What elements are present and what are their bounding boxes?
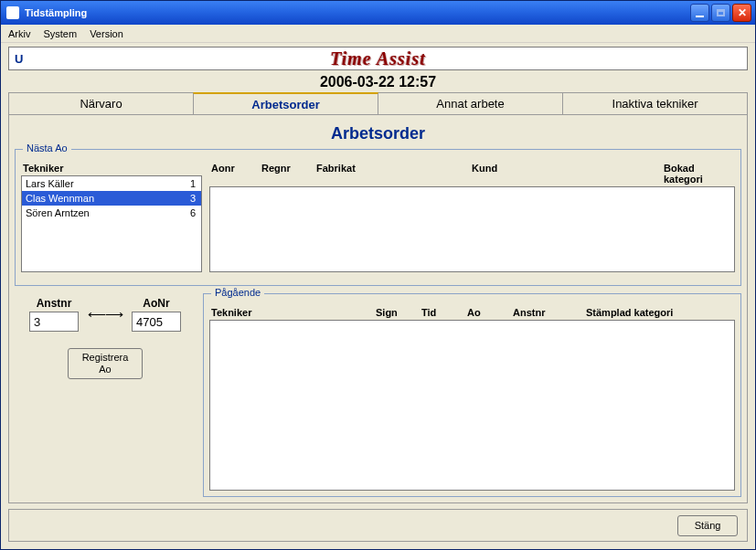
- footer-bar: Stäng: [8, 509, 748, 542]
- col-stamplad: Stämplad kategori: [586, 307, 733, 318]
- app-window: Tidstämpling ✕ Arkiv System Version U Ti…: [0, 0, 756, 550]
- menu-arkiv[interactable]: Arkiv: [8, 28, 30, 39]
- menu-system[interactable]: System: [43, 28, 77, 39]
- tekniker-row[interactable]: Lars Käller 1: [22, 176, 201, 191]
- col-ao: Ao: [467, 307, 513, 318]
- tab-inaktiva[interactable]: Inaktiva tekniker: [562, 92, 748, 114]
- col-bokad: Bokad kategori: [664, 163, 733, 185]
- group-nasta-ao: Nästa Ao Tekniker Lars Käller 1 Clas Wen…: [15, 149, 741, 286]
- arrow-icon: ⟵⟶: [88, 307, 122, 322]
- tab-annat[interactable]: Annat arbete: [378, 92, 563, 114]
- maximize-button[interactable]: [711, 4, 730, 22]
- tekniker-column-header: Tekniker: [21, 163, 202, 174]
- col-fabrikat: Fabrikat: [316, 163, 472, 185]
- tabs: Närvaro Arbetsorder Annat arbete Inaktiv…: [8, 92, 748, 114]
- tab-narvaro[interactable]: Närvaro: [8, 92, 194, 114]
- tekniker-list[interactable]: Lars Käller 1 Clas Wennman 3 Sören Arntz…: [21, 175, 202, 272]
- app-icon: [6, 6, 19, 19]
- register-ao-button[interactable]: RegistreraAo: [68, 348, 143, 379]
- tekniker-num: 1: [190, 178, 196, 189]
- close-button[interactable]: Stäng: [677, 515, 738, 536]
- aonr-label: AoNr: [143, 297, 169, 310]
- banner-left-letter: U: [9, 52, 37, 66]
- col-kund: Kund: [472, 163, 664, 185]
- datetime-display: 2006-03-22 12:57: [1, 74, 755, 90]
- pagaende-list[interactable]: [209, 320, 735, 491]
- col-tekniker: Tekniker: [211, 307, 376, 318]
- tekniker-name: Clas Wennman: [26, 193, 94, 204]
- app-title: Time Assist: [37, 48, 719, 69]
- col-anstnr: Anstnr: [513, 307, 586, 318]
- col-sign: Sign: [376, 307, 421, 318]
- page-heading: Arbetsorder: [15, 124, 741, 143]
- group-nasta-ao-legend: Nästa Ao: [23, 143, 71, 153]
- tekniker-row[interactable]: Sören Arntzen 6: [22, 206, 201, 220]
- titlebar: Tidstämpling ✕: [1, 1, 755, 25]
- tekniker-name: Lars Käller: [26, 178, 74, 189]
- menubar: Arkiv System Version: [1, 25, 755, 43]
- window-title: Tidstämpling: [25, 7, 87, 18]
- minimize-button[interactable]: [690, 4, 709, 22]
- detail-list[interactable]: [209, 186, 735, 272]
- tekniker-num: 3: [190, 193, 196, 204]
- main-panel: Arbetsorder Nästa Ao Tekniker Lars Källe…: [8, 114, 748, 503]
- col-aonr: Aonr: [211, 163, 261, 185]
- close-window-button[interactable]: ✕: [732, 4, 751, 22]
- tekniker-name: Sören Arntzen: [26, 207, 90, 218]
- anstnr-label: Anstnr: [37, 297, 72, 310]
- group-pagaende-legend: Pågående: [211, 287, 264, 298]
- menu-version[interactable]: Version: [90, 28, 123, 39]
- banner: U Time Assist: [8, 47, 748, 70]
- aonr-input[interactable]: [132, 312, 181, 332]
- col-tid: Tid: [421, 307, 467, 318]
- anstnr-input[interactable]: [29, 312, 79, 332]
- group-pagaende: Pågående Tekniker Sign Tid Ao Anstnr Stä…: [203, 293, 741, 497]
- tab-arbetsorder[interactable]: Arbetsorder: [193, 92, 378, 114]
- col-regnr: Regnr: [261, 163, 316, 185]
- detail-headers: Aonr Regnr Fabrikat Kund Bokad kategori: [209, 163, 735, 185]
- tekniker-num: 6: [190, 207, 196, 218]
- pagaende-headers: Tekniker Sign Tid Ao Anstnr Stämplad kat…: [209, 307, 735, 318]
- register-panel: Anstnr ⟵⟶ AoNr RegistreraAo: [15, 293, 196, 497]
- tekniker-row[interactable]: Clas Wennman 3: [22, 191, 201, 206]
